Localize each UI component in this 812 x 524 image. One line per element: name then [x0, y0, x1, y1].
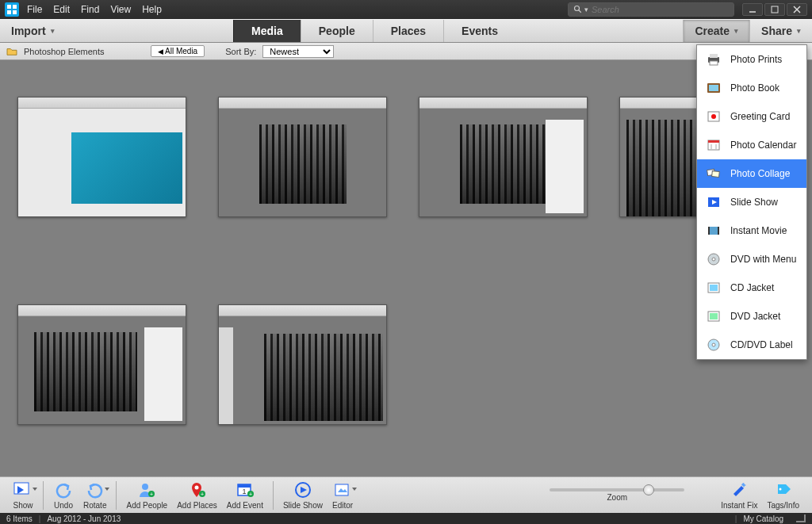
book-icon — [705, 80, 722, 96]
menu-file[interactable]: File — [27, 4, 42, 15]
menu-edit[interactable]: Edit — [53, 4, 70, 15]
dvd-jacket-icon — [705, 308, 722, 324]
svg-point-4 — [575, 6, 580, 11]
undo-tool[interactable]: Undo — [48, 477, 79, 513]
create-item-label: CD/DVD Label — [730, 339, 793, 350]
create-item-photo-book[interactable]: Photo Book — [697, 74, 806, 102]
thumbnail[interactable] — [218, 97, 387, 217]
app-icon — [5, 2, 19, 17]
create-item-cd-dvd-label[interactable]: CD/DVD Label — [697, 331, 806, 359]
media-grid — [0, 60, 812, 488]
tab-people[interactable]: People — [301, 20, 373, 42]
create-item-label: Photo Prints — [730, 54, 782, 65]
svg-point-28 — [712, 258, 715, 261]
collage-icon — [705, 166, 722, 182]
create-item-photo-calendar[interactable]: Photo Calendar — [697, 131, 806, 159]
thumbnail[interactable] — [419, 97, 588, 217]
search-input[interactable] — [592, 5, 729, 14]
create-item-slide-show[interactable]: Slide Show — [697, 188, 806, 216]
create-item-label: Instant Movie — [730, 225, 787, 236]
add-people-tool[interactable]: +Add People — [121, 477, 172, 513]
minimize-button[interactable] — [742, 3, 763, 16]
all-media-button[interactable]: ◀ All Media — [151, 45, 205, 57]
svg-rect-26 — [718, 227, 719, 235]
status-bar: 6 Items | Aug 2012 - Jun 2013 | My Catal… — [0, 513, 812, 524]
rotate-tool[interactable]: Rotate — [79, 477, 111, 513]
svg-rect-24 — [708, 227, 719, 235]
disc-label-icon — [705, 337, 722, 353]
svg-point-36 — [142, 484, 148, 490]
thumbnail[interactable] — [218, 304, 387, 425]
instant-fix-tool[interactable]: Instant Fix — [716, 480, 762, 510]
resize-grip-icon[interactable] — [796, 514, 806, 522]
create-item-greeting-card[interactable]: Greeting Card — [697, 102, 806, 131]
create-item-cd-jacket[interactable]: CD Jacket — [697, 273, 806, 302]
create-item-label: DVD with Menu — [730, 254, 796, 265]
svg-point-34 — [712, 343, 715, 346]
svg-point-16 — [711, 114, 716, 119]
svg-rect-11 — [710, 54, 718, 58]
svg-rect-12 — [710, 61, 718, 65]
zoom-thumb[interactable] — [643, 484, 654, 495]
search-box[interactable]: ▾ — [568, 2, 734, 17]
svg-point-39 — [195, 486, 199, 490]
menu-view[interactable]: View — [110, 4, 131, 15]
sort-select[interactable]: Newest — [262, 45, 334, 58]
add-places-tool[interactable]: +Add Places — [172, 477, 222, 513]
menu-find[interactable]: Find — [81, 4, 99, 15]
create-item-label: Photo Book — [730, 82, 779, 94]
create-item-photo-collage[interactable]: Photo Collage — [697, 159, 806, 188]
svg-text:+: + — [249, 491, 252, 497]
menu-help[interactable]: Help — [142, 4, 162, 15]
card-icon — [705, 109, 722, 124]
show-tool[interactable]: Show — [8, 477, 38, 513]
add-event-tool[interactable]: 1+Add Event — [222, 477, 268, 513]
film-icon — [705, 223, 722, 239]
chevron-down-icon — [33, 488, 37, 491]
status-catalog: My Catalog — [743, 514, 783, 523]
main-menu: File Edit Find View Help — [27, 4, 162, 15]
create-item-label: Slide Show — [730, 197, 778, 208]
primary-toolbar: Import Media People Places Events Create… — [0, 19, 812, 43]
svg-rect-14 — [709, 85, 718, 91]
share-button[interactable]: Share — [749, 20, 812, 42]
svg-rect-30 — [710, 285, 718, 291]
import-button[interactable]: Import — [0, 20, 66, 42]
maximize-button[interactable] — [764, 3, 785, 16]
filter-bar: Photoshop Elements ◀ All Media Sort By: … — [0, 43, 812, 60]
status-date-range: Aug 2012 - Jun 2013 — [47, 514, 121, 523]
create-item-label: DVD Jacket — [730, 311, 780, 322]
create-dropdown: Photo Prints Photo Book Greeting Card Ph… — [696, 44, 807, 360]
create-item-label: Photo Collage — [730, 168, 790, 179]
folder-icon — [6, 47, 17, 56]
svg-text:+: + — [201, 491, 204, 497]
create-item-instant-movie[interactable]: Instant Movie — [697, 216, 806, 245]
tab-events[interactable]: Events — [443, 20, 515, 42]
svg-rect-22 — [712, 171, 720, 178]
tab-places[interactable]: Places — [373, 20, 443, 42]
sort-by-label: Sort By: — [225, 47, 256, 56]
svg-rect-32 — [710, 313, 718, 319]
slide-show-tool[interactable]: Slide Show — [278, 477, 327, 513]
create-button[interactable]: Create — [683, 20, 749, 42]
search-dropdown-icon[interactable]: ▾ — [584, 6, 588, 13]
create-item-dvd-jacket[interactable]: DVD Jacket — [697, 302, 806, 331]
thumbnail[interactable] — [17, 97, 186, 217]
tab-media[interactable]: Media — [233, 20, 301, 42]
close-button[interactable] — [787, 3, 807, 16]
svg-line-5 — [579, 10, 581, 13]
view-tabs: Media People Places Events — [233, 20, 515, 42]
breadcrumb: Photoshop Elements — [24, 47, 105, 56]
search-icon — [573, 5, 583, 14]
svg-point-49 — [779, 488, 781, 491]
svg-text:1: 1 — [242, 488, 246, 495]
editor-tool[interactable]: Editor — [327, 477, 358, 513]
tags-info-tool[interactable]: Tags/Info — [762, 480, 804, 510]
thumbnail[interactable] — [17, 304, 186, 425]
create-item-dvd-with-menu[interactable]: DVD with Menu — [697, 245, 806, 273]
svg-rect-7 — [772, 6, 778, 13]
svg-rect-1 — [13, 5, 17, 9]
create-item-photo-prints[interactable]: Photo Prints — [697, 45, 806, 74]
zoom-slider[interactable] — [550, 488, 684, 491]
zoom-control: Zoom — [550, 488, 684, 502]
